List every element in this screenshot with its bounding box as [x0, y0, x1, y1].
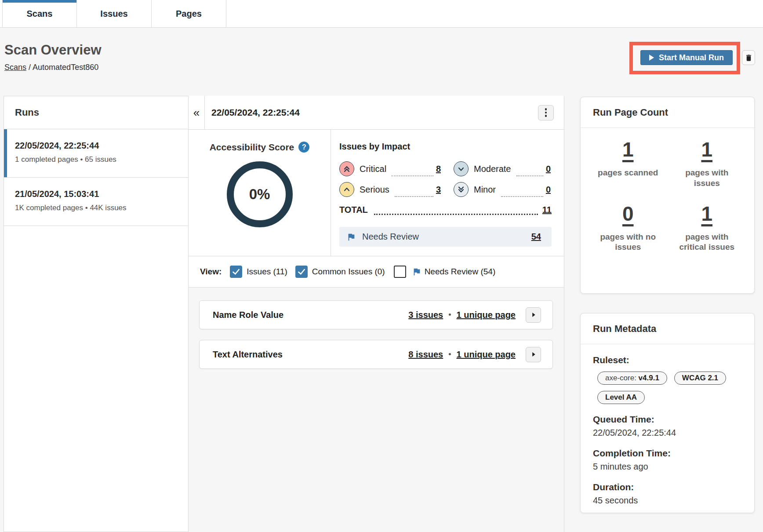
issues-count-link[interactable]: 8 issues	[408, 350, 443, 360]
run-timestamp: 21/05/2024, 15:03:41	[15, 189, 188, 199]
chevron-right-icon	[529, 310, 538, 320]
accessibility-score-donut: 0%	[226, 161, 293, 228]
delete-scan-button[interactable]	[742, 50, 755, 65]
dotted-leader	[374, 204, 538, 215]
queued-time-value: 22/05/2024, 22:25:44	[593, 428, 742, 438]
stat-value-link[interactable]: 1	[622, 138, 634, 161]
run-page-count-panel: Run Page Count 1 pages scanned 1 pages w…	[580, 97, 755, 294]
ruleset-badge-axe-core: axe-core: v4.9.1	[597, 372, 667, 385]
issue-category-card: Name Role Value 3 issues • 1 unique page	[199, 300, 553, 329]
minor-icon	[454, 182, 469, 197]
run-detail-header: « 22/05/2024, 22:25:44	[189, 96, 564, 130]
page-title: Scan Overview	[4, 42, 102, 58]
tab-issues[interactable]: Issues	[77, 0, 152, 27]
needs-review-label: Needs Review	[362, 232, 419, 242]
ruleset-badge-wcag: WCAG 2.1	[674, 372, 726, 385]
issue-category-card: Text Alternatives 8 issues • 1 unique pa…	[199, 340, 553, 369]
view-option-needs-review[interactable]: Needs Review (54)	[394, 266, 496, 278]
runs-panel-header: Runs	[4, 96, 188, 129]
stat-pages-no-issues: 0 pages with no issues	[589, 202, 668, 253]
run-page-count-title: Run Page Count	[593, 107, 668, 118]
breadcrumb: Scans / AutomatedTest860	[4, 63, 98, 72]
help-icon[interactable]: ?	[298, 142, 309, 153]
run-metadata-header: Run Metadata	[581, 313, 754, 344]
stat-label: pages with critical issues	[672, 232, 742, 253]
score-and-impact-section: Accessibility Score ? 0% Issues by Impac…	[189, 130, 564, 256]
duration-label: Duration:	[593, 482, 742, 492]
dot-separator: •	[448, 310, 451, 320]
view-option-issues[interactable]: Issues (11)	[230, 266, 287, 278]
stat-value-link[interactable]: 0	[622, 202, 634, 226]
queued-time-label: Queued Time:	[593, 414, 742, 425]
expand-category-button[interactable]	[526, 347, 541, 362]
impact-label: Serious	[360, 185, 389, 195]
run-page-count-header: Run Page Count	[581, 97, 754, 128]
breadcrumb-current: AutomatedTest860	[33, 63, 98, 72]
unique-pages-link[interactable]: 1 unique page	[457, 350, 516, 360]
critical-icon	[339, 161, 354, 176]
kebab-icon	[545, 108, 547, 110]
impact-count-link[interactable]: 0	[546, 164, 551, 174]
checkbox-checked-icon[interactable]	[295, 266, 308, 278]
issues-count-link[interactable]: 3 issues	[408, 310, 443, 320]
start-manual-run-button[interactable]: Start Manual Run	[640, 50, 733, 65]
dot-separator: •	[448, 350, 451, 359]
impact-row-critical: Critical 8	[339, 161, 441, 176]
view-option-common-issues[interactable]: Common Issues (0)	[295, 266, 385, 278]
runs-panel: Runs 22/05/2024, 22:25:44 1 completed pa…	[4, 96, 189, 532]
impact-count-link[interactable]: 8	[436, 164, 441, 174]
moderate-icon	[454, 161, 469, 176]
collapse-sidebar-button[interactable]: «	[189, 96, 205, 129]
tab-pages-label: Pages	[176, 9, 202, 19]
chevron-right-icon	[529, 350, 538, 359]
impact-count-link[interactable]: 3	[436, 185, 441, 195]
needs-review-count-link[interactable]: 54	[531, 232, 541, 242]
total-count-link[interactable]: 11	[542, 205, 552, 215]
issues-by-impact-section: Issues by Impact Critical 8	[331, 130, 564, 256]
dotted-leader	[501, 185, 543, 197]
stat-pages-with-issues: 1 pages with issues	[668, 138, 747, 189]
completion-time-value: 5 minutes ago	[593, 462, 742, 472]
stat-value-link[interactable]: 1	[701, 202, 712, 226]
accessibility-score-value: 0%	[226, 161, 293, 228]
impact-label: Minor	[474, 185, 496, 195]
stat-value-link[interactable]: 1	[701, 138, 712, 161]
run-detail-panel: « 22/05/2024, 22:25:44 Accessibility Sco…	[189, 96, 564, 532]
tab-scans[interactable]: Scans	[2, 0, 77, 27]
stat-label: pages scanned	[598, 168, 658, 178]
dotted-leader	[395, 185, 433, 197]
run-list-item-selected[interactable]: 22/05/2024, 22:25:44 1 completed pages •…	[4, 129, 188, 178]
run-options-button[interactable]	[538, 105, 554, 120]
stat-pages-scanned: 1 pages scanned	[589, 138, 668, 189]
stat-pages-critical-issues: 1 pages with critical issues	[668, 202, 747, 253]
checkbox-unchecked-icon[interactable]	[394, 266, 406, 278]
page-header: Scan Overview Scans / AutomatedTest860 S…	[0, 28, 763, 96]
breadcrumb-scans-link[interactable]: Scans	[4, 63, 26, 72]
stat-label: pages with issues	[672, 168, 742, 189]
flag-icon	[346, 232, 356, 242]
expand-category-button[interactable]	[526, 307, 541, 323]
impact-row-minor: Minor 0	[454, 182, 551, 197]
serious-icon	[339, 182, 354, 197]
flag-icon	[412, 267, 421, 277]
run-list-item[interactable]: 21/05/2024, 15:03:41 1K completed pages …	[4, 178, 188, 226]
collapse-icon: «	[193, 106, 200, 120]
play-icon	[649, 55, 654, 61]
checkbox-checked-icon[interactable]	[230, 266, 242, 278]
stat-label: pages with no issues	[593, 232, 663, 253]
needs-review-bar: Needs Review 54	[339, 227, 552, 247]
top-tab-bar: Scans Issues Pages	[0, 0, 763, 28]
tab-pages[interactable]: Pages	[152, 0, 226, 27]
unique-pages-link[interactable]: 1 unique page	[457, 310, 516, 320]
trash-icon	[745, 54, 753, 62]
run-detail-date: 22/05/2024, 22:25:44	[211, 107, 300, 118]
impact-count-link[interactable]: 0	[546, 185, 551, 195]
accessibility-score-title: Accessibility Score	[210, 142, 294, 153]
duration-value: 45 seconds	[593, 496, 742, 506]
ruleset-label: Ruleset:	[593, 355, 742, 365]
total-label: TOTAL	[339, 205, 368, 215]
start-manual-run-label: Start Manual Run	[659, 53, 724, 62]
scan-overview-screen: Scans Issues Pages Scan Overview Scans /…	[0, 0, 763, 532]
tab-issues-label: Issues	[100, 9, 127, 19]
duration-field: Duration: 45 seconds	[593, 482, 742, 506]
